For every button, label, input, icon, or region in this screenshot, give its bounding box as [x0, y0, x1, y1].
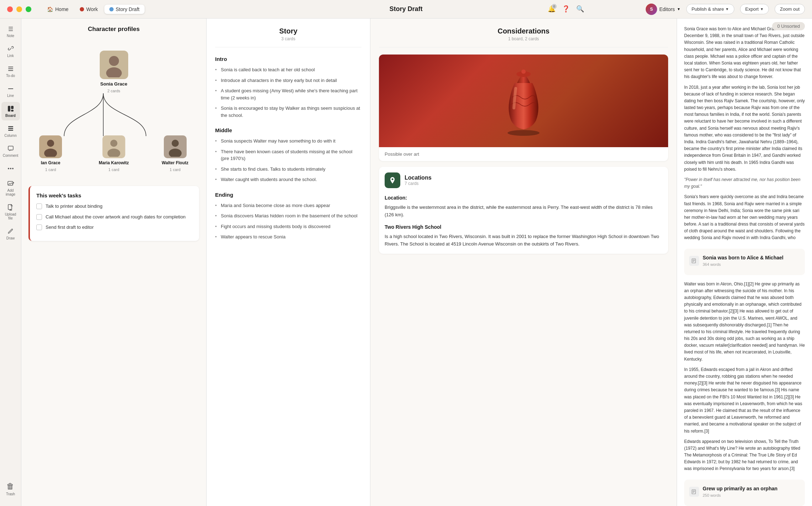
sidebar-item-add-image[interactable]: Add image	[1, 177, 20, 199]
story-intro-section: Intro Sonia is called back to teach at h…	[215, 56, 361, 119]
svg-point-13	[12, 168, 14, 169]
text-para-3: "Power in itself has never attracted me,…	[684, 176, 805, 190]
zoom-button[interactable]: Zoom out	[775, 4, 805, 14]
art-card: Possible over art	[379, 55, 668, 161]
task-checkbox-1[interactable]	[36, 203, 42, 209]
tasks-title: This week's tasks	[36, 192, 193, 198]
sidebar-item-more[interactable]	[1, 162, 20, 175]
task-item-1: Talk to printer about binding	[36, 203, 193, 210]
sidebar-add-image-label: Add image	[4, 189, 18, 196]
svg-rect-2	[8, 70, 13, 71]
sidebar-link-label: Link	[7, 54, 14, 58]
todo-icon	[7, 65, 15, 73]
sidebar-line-label: Line	[7, 94, 14, 98]
story-header: Story 3 cards	[215, 27, 361, 47]
svg-rect-6	[11, 110, 14, 112]
close-button[interactable]	[7, 6, 13, 12]
svg-point-22	[172, 140, 179, 147]
minimize-button[interactable]	[16, 6, 22, 12]
search-icon[interactable]: 🔍	[576, 5, 584, 13]
sidebar-item-line[interactable]: Line	[1, 82, 20, 100]
svg-point-26	[521, 69, 526, 74]
school-title: Two Rivers High School	[385, 223, 662, 231]
text-para-1: Sonia Grace was born to Alice and Michae…	[684, 26, 805, 81]
svg-rect-9	[8, 130, 13, 131]
excerpt-card-1[interactable]: Sonia was born to Alice & Michael 364 wo…	[684, 249, 805, 275]
sidebar-item-note[interactable]: ☰ Note	[1, 22, 20, 41]
locations-card: Locations 7 cards Location: Briggsville …	[379, 167, 668, 254]
sidebar-item-column[interactable]: Column	[1, 122, 20, 140]
excerpt-card-2[interactable]: Grew up primarily as an orphan 250 words	[684, 480, 805, 506]
sonia-cards: 2 cards	[107, 89, 120, 93]
locations-name: Locations	[405, 175, 432, 181]
sidebar-item-upload[interactable]: Upload file	[1, 201, 20, 223]
tab-home[interactable]: 🏠 Home	[42, 5, 73, 14]
location-content: Location: Briggsville is the westernmost…	[385, 194, 662, 248]
intro-list: Sonia is called back to teach at her old…	[215, 66, 361, 119]
notifications-icon[interactable]: 🔔 0	[548, 5, 556, 13]
tab-work-label: Work	[86, 6, 98, 12]
ian-name: Ian Grace	[41, 160, 61, 165]
svg-point-27	[392, 179, 394, 180]
task-text-2: Call Michael about the cover artwork and…	[46, 213, 186, 221]
svg-rect-8	[8, 128, 13, 129]
editors-label: Editors	[659, 6, 675, 12]
sidebar-item-todo[interactable]: To-do	[1, 62, 20, 81]
considerations-subtitle: 1 board, 2 cards	[379, 36, 668, 41]
sidebar-note-label: Note	[7, 34, 14, 38]
export-chevron: ▼	[760, 7, 764, 11]
task-checkbox-2[interactable]	[36, 214, 42, 220]
publish-button[interactable]: Publish & share ▼	[686, 4, 734, 14]
sidebar-comment-label: Comment	[3, 154, 18, 158]
excerpt-2-words: 250 words	[703, 492, 777, 499]
text-para-5: Walter was born in Akron, Ohio.[1][2] He…	[684, 281, 805, 363]
character-tree: Sonia Grace 2 cards Ian Grace 1 card	[28, 43, 199, 179]
sidebar-upload-label: Upload file	[4, 212, 18, 220]
sidebar-item-link[interactable]: Link	[1, 42, 20, 61]
vase-svg	[491, 62, 556, 140]
list-item: There have been known cases of students …	[215, 148, 361, 162]
maria-cards: 1 card	[108, 167, 119, 172]
sidebar-trash[interactable]: 🗑 Trash	[4, 479, 17, 499]
sidebar-item-board[interactable]: Board	[1, 102, 20, 120]
character-maria[interactable]: Maria Karowitz 1 card	[99, 135, 129, 172]
upload-icon	[7, 203, 15, 211]
help-icon[interactable]: ❓	[562, 5, 570, 13]
character-ian[interactable]: Ian Grace 1 card	[39, 135, 62, 172]
tab-story-label: Story Draft	[116, 6, 140, 12]
excerpt-2-title: Grew up primarily as an orphan	[703, 485, 777, 492]
story-middle-section: Middle Sonia suspects Walter may have so…	[215, 127, 361, 183]
text-para-7: Edwards appeared on two television shows…	[684, 438, 805, 473]
story-title: Story	[215, 27, 361, 35]
excerpt-2-header: Grew up primarily as an orphan 250 words	[689, 485, 800, 499]
character-sonia[interactable]: Sonia Grace 2 cards	[100, 51, 128, 93]
add-image-icon	[7, 180, 15, 187]
editors-chevron[interactable]: ▼	[677, 7, 681, 11]
sidebar-item-comment[interactable]: Comment	[1, 142, 20, 160]
tab-work-dot	[80, 7, 84, 11]
sidebar-item-draw[interactable]: Draw	[1, 224, 20, 243]
export-button[interactable]: Export ▼	[740, 4, 769, 14]
excerpt-1-title: Sonia was born to Alice & Michael	[703, 254, 784, 262]
task-checkbox-3[interactable]	[36, 224, 42, 230]
fullscreen-button[interactable]	[26, 6, 31, 12]
middle-list: Sonia suspects Walter may have something…	[215, 138, 361, 183]
character-walter[interactable]: Walter Floutz 1 card	[162, 135, 188, 172]
excerpt-1-words: 364 words	[703, 262, 784, 268]
task-text-1: Talk to printer about binding	[46, 203, 103, 210]
svg-point-23	[169, 149, 182, 157]
list-item: Fight occurs and missing students body i…	[215, 223, 361, 230]
svg-point-24	[508, 130, 540, 136]
svg-rect-1	[8, 68, 13, 69]
list-item: Introduce all characters in the story ea…	[215, 77, 361, 84]
sidebar: ☰ Note Link To-do Line Board Column	[0, 19, 21, 506]
excerpt-icon-1	[689, 256, 699, 266]
art-caption: Possible over art	[379, 147, 668, 161]
svg-rect-5	[11, 106, 14, 109]
story-panel: Story 3 cards Intro Sonia is called back…	[207, 19, 370, 506]
list-item: Sonia is encouraged to stay by Walker as…	[215, 105, 361, 119]
list-item: Walter appears to rescue Sonia	[215, 233, 361, 241]
tab-story-draft[interactable]: Story Draft	[104, 5, 145, 14]
tab-work[interactable]: Work	[75, 5, 103, 14]
tasks-card: This week's tasks Talk to printer about …	[28, 186, 199, 241]
